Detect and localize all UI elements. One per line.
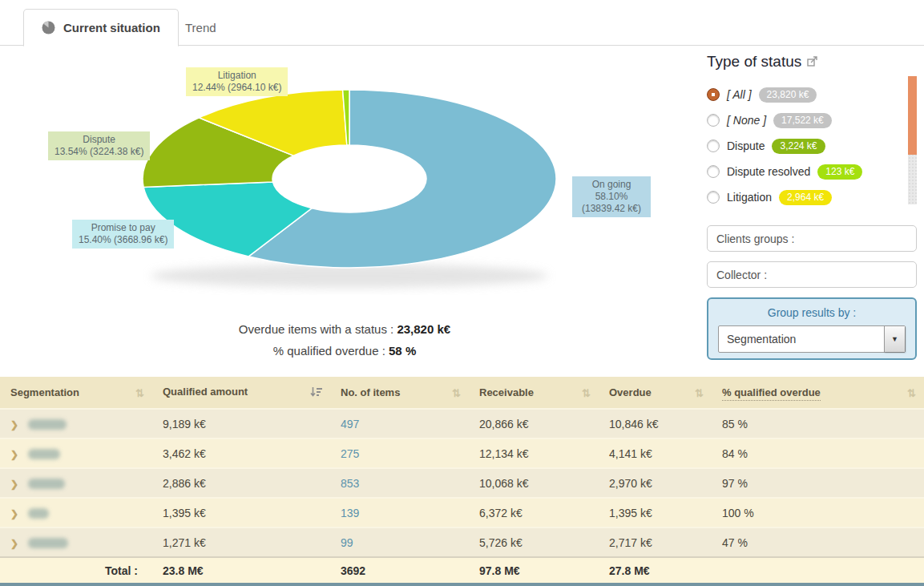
footer-strip (0, 583, 924, 586)
items-count-link[interactable]: 497 (341, 418, 359, 430)
status-option-label: Litigation (727, 191, 772, 204)
column-label: Qualified amount (163, 386, 248, 398)
table-row[interactable]: ❯2,886 k€85310,068 k€2,970 k€97 % (0, 468, 924, 498)
table-row[interactable]: ❯3,462 k€27512,134 k€4,141 k€84 % (0, 438, 924, 468)
results-table: Segmentation⇅Qualified amountNo. of item… (0, 377, 924, 584)
pct-qualified-cell: 97 % (722, 477, 748, 490)
status-option-disputeresolved[interactable]: Dispute resolved123 k€ (707, 159, 917, 184)
status-option-litigation[interactable]: Litigation2,964 k€ (707, 184, 917, 210)
tab-label: Current situation (63, 21, 160, 34)
qualified-amount-cell: 3,462 k€ (163, 447, 206, 460)
table-row[interactable]: ❯9,189 k€49720,866 k€10,846 k€85 % (0, 409, 924, 438)
status-filter-panel: Type of status [ All ]23,820 k€[ None ]1… (707, 53, 917, 374)
table-row[interactable]: ❯1,395 k€1396,372 k€1,395 k€100 % (0, 498, 924, 527)
column-header-overdue[interactable]: Overdue⇅ (599, 377, 712, 409)
column-header-no-of-items[interactable]: No. of items⇅ (330, 377, 469, 409)
overdue-cell: 2,717 k€ (609, 536, 652, 549)
status-donut-chart: Litigation 12.44% (2964.10 k€) Dispute 1… (0, 46, 705, 375)
status-amount-badge: 2,964 k€ (779, 190, 832, 205)
expand-chevron-icon[interactable]: ❯ (10, 449, 18, 460)
overdue-summary: Overdue items with a status : 23,820 k€ … (104, 322, 585, 366)
qualified-amount-cell: 1,395 k€ (163, 507, 206, 519)
expand-chevron-icon[interactable]: ❯ (10, 538, 18, 549)
status-amount-badge: 3,224 k€ (772, 139, 825, 154)
total-items: 3692 (330, 557, 469, 584)
sort-icon[interactable]: ⇅ (452, 387, 461, 399)
receivable-cell: 5,726 k€ (479, 536, 523, 549)
column-header--qualified-overdue[interactable]: % qualified overdue⇅ (712, 377, 924, 409)
qualified-amount-cell: 2,886 k€ (163, 477, 206, 490)
items-count-link[interactable]: 275 (341, 447, 359, 460)
overdue-cell: 1,395 k€ (609, 507, 652, 519)
status-option-dispute[interactable]: Dispute3,224 k€ (707, 133, 917, 159)
sort-icon[interactable]: ⇅ (907, 387, 916, 399)
overdue-cell: 2,970 k€ (609, 477, 652, 490)
redacted-segment-name (28, 508, 49, 519)
status-scrollbar-thumb[interactable] (908, 76, 917, 155)
sort-desc-icon[interactable] (310, 386, 322, 400)
column-header-segmentation[interactable]: Segmentation⇅ (0, 377, 152, 409)
callout-litigation: Litigation 12.44% (2964.10 k€) (186, 67, 288, 96)
receivable-cell: 20,866 k€ (479, 418, 529, 430)
status-option-none[interactable]: [ None ]17,522 k€ (707, 107, 917, 133)
total-qualified: 23.8 M€ (152, 557, 330, 584)
table-row[interactable]: ❯1,271 k€995,726 k€2,717 k€47 % (0, 527, 924, 557)
column-label: Segmentation (10, 386, 79, 398)
status-option-label: [ None ] (727, 114, 766, 127)
radio-button[interactable] (707, 88, 720, 101)
type-of-status-title: Type of status (707, 53, 917, 71)
status-option-label: Dispute (727, 139, 765, 152)
column-label: Overdue (609, 386, 652, 398)
clients-groups-input[interactable]: Clients groups : (707, 225, 917, 252)
status-amount-badge: 23,820 k€ (759, 87, 817, 103)
status-option-label: [ All ] (727, 88, 752, 101)
status-options-list: [ All ]23,820 k€[ None ]17,522 k€Dispute… (707, 82, 917, 210)
pct-qualified-cell: 100 % (722, 507, 754, 519)
donut-svg (0, 46, 705, 295)
column-header-receivable[interactable]: Receivable⇅ (469, 377, 599, 409)
pct-qualified-cell: 47 % (722, 536, 748, 549)
expand-chevron-icon[interactable]: ❯ (10, 479, 18, 490)
overdue-cell: 4,141 k€ (609, 447, 652, 460)
radio-button[interactable] (707, 139, 720, 152)
external-link-icon[interactable] (807, 53, 817, 71)
items-count-link[interactable]: 139 (341, 507, 359, 519)
items-count-link[interactable]: 853 (341, 477, 359, 490)
total-overdue: 27.8 M€ (599, 557, 712, 584)
status-option-all[interactable]: [ All ]23,820 k€ (707, 82, 917, 107)
callout-on-going: On going 58.10% (13839.42 k€) (572, 176, 651, 217)
group-results-box: Group results by : Segmentation ▼ (707, 297, 917, 360)
qualified-amount-cell: 9,189 k€ (163, 418, 206, 430)
overdue-total-value: 23,820 k€ (397, 322, 450, 336)
sort-icon[interactable]: ⇅ (135, 387, 144, 399)
radio-button[interactable] (707, 191, 720, 204)
status-option-label: Dispute resolved (727, 165, 810, 178)
column-label: % qualified overdue (722, 386, 821, 401)
items-count-link[interactable]: 99 (341, 536, 353, 549)
table-header: Segmentation⇅Qualified amountNo. of item… (0, 377, 924, 409)
pie-chart-icon (42, 21, 55, 34)
radio-button[interactable] (707, 114, 720, 127)
total-label: Total : (0, 557, 152, 584)
status-scrollbar[interactable] (908, 76, 917, 204)
redacted-segment-name (28, 449, 60, 459)
radio-button[interactable] (707, 165, 720, 178)
chevron-down-icon[interactable]: ▼ (884, 326, 905, 352)
expand-chevron-icon[interactable]: ❯ (10, 419, 18, 430)
redacted-segment-name (28, 419, 67, 430)
callout-promise-to-pay: Promise to pay 15.40% (3668.96 k€) (72, 220, 174, 249)
tab-bar: Current situation Trend (0, 0, 924, 46)
receivable-cell: 6,372 k€ (479, 507, 523, 519)
receivable-cell: 12,134 k€ (479, 447, 529, 460)
tab-current-situation[interactable]: Current situation (23, 9, 179, 46)
group-by-select[interactable]: Segmentation ▼ (718, 325, 906, 353)
sort-icon[interactable]: ⇅ (695, 387, 704, 399)
receivable-cell: 10,068 k€ (479, 477, 529, 490)
sort-icon[interactable]: ⇅ (582, 387, 591, 399)
group-by-selected-value: Segmentation (719, 326, 884, 352)
status-amount-badge: 17,522 k€ (773, 113, 832, 128)
overdue-cell: 10,846 k€ (609, 418, 659, 430)
expand-chevron-icon[interactable]: ❯ (10, 508, 18, 519)
column-header-qualified-amount[interactable]: Qualified amount (152, 377, 330, 409)
collector-input[interactable]: Collector : (707, 261, 917, 288)
